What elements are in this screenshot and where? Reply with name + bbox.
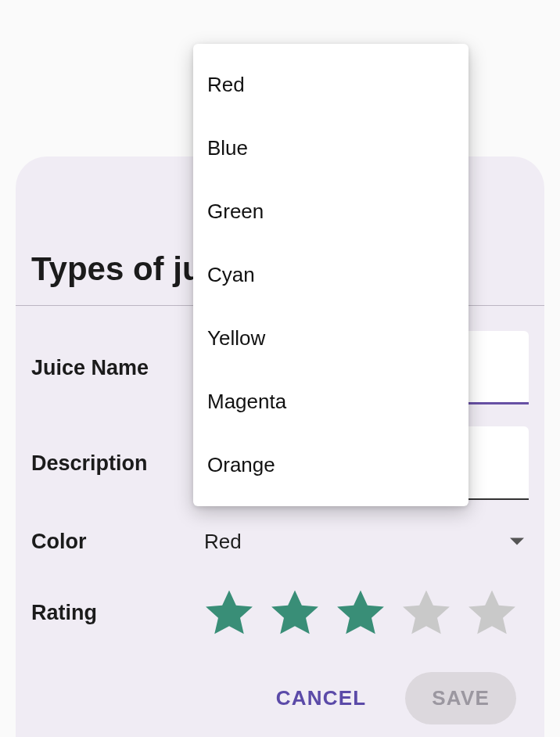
star-1[interactable] [199,583,259,642]
label-rating: Rating [31,601,199,625]
star-icon [464,584,520,641]
cancel-button[interactable]: CANCEL [259,672,384,724]
field-row-rating: Rating [16,572,544,653]
dropdown-item-magenta[interactable]: Magenta [193,370,468,433]
dropdown-item-orange[interactable]: Orange [193,433,468,497]
dropdown-item-red[interactable]: Red [193,53,468,117]
field-row-color: Color Red [16,511,544,572]
star-3[interactable] [331,583,390,642]
label-color: Color [31,530,199,554]
dropdown-item-cyan[interactable]: Cyan [193,243,468,307]
dropdown-item-yellow[interactable]: Yellow [193,307,468,370]
save-button[interactable]: SAVE [405,672,516,724]
chevron-down-icon [510,538,524,545]
star-5[interactable] [462,583,522,642]
star-2[interactable] [265,583,325,642]
label-description: Description [31,451,199,476]
star-icon [398,584,454,641]
rating-stars [199,583,529,642]
star-icon [267,584,323,641]
color-select[interactable]: Red [199,522,529,561]
dialog-actions: CANCEL SAVE [16,653,544,724]
dropdown-item-blue[interactable]: Blue [193,117,468,180]
label-juice-name: Juice Name [31,356,199,380]
color-select-value: Red [204,530,242,554]
star-icon [332,584,389,641]
star-4[interactable] [397,583,456,642]
star-icon [201,584,257,641]
color-dropdown: RedBlueGreenCyanYellowMagentaOrange [193,44,468,506]
dropdown-item-green[interactable]: Green [193,180,468,243]
